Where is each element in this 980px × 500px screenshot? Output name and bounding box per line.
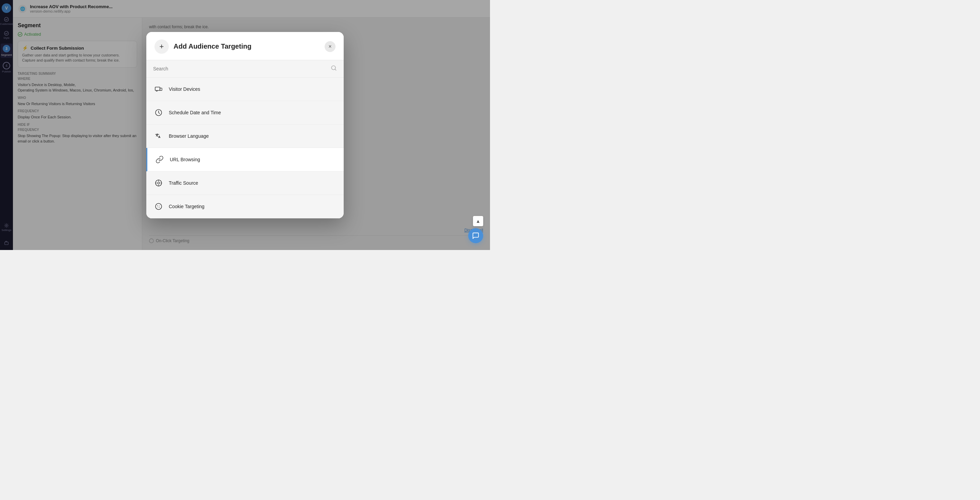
cookie-targeting-label: Cookie Targeting — [169, 204, 205, 209]
scroll-up-button[interactable]: ▲ — [473, 216, 483, 226]
browser-language-label: Browser Language — [169, 133, 209, 139]
modal-item-schedule[interactable]: Schedule Date and Time — [146, 101, 344, 124]
modal-items-list: Visitor Devices Schedule Date and Time B… — [146, 78, 344, 218]
clock-icon — [153, 107, 164, 118]
modal-plus-icon: + — [154, 40, 169, 54]
visitor-devices-label: Visitor Devices — [169, 86, 200, 92]
traffic-icon — [153, 178, 164, 189]
search-icon — [331, 65, 337, 73]
modal-title: Add Audience Targeting — [173, 43, 251, 50]
search-input[interactable] — [153, 66, 327, 71]
svg-point-15 — [158, 207, 158, 207]
svg-point-16 — [159, 205, 159, 205]
svg-point-11 — [158, 182, 159, 184]
modal-item-browser-language[interactable]: Browser Language — [146, 124, 344, 148]
svg-point-14 — [159, 207, 159, 208]
modal-item-url-browsing[interactable]: URL Browsing — [146, 148, 344, 171]
schedule-label: Schedule Date and Time — [169, 110, 221, 115]
chat-widget-button[interactable] — [468, 228, 483, 243]
add-audience-modal: + Add Audience Targeting × Visitor Devic… — [146, 32, 344, 218]
chat-icon — [472, 232, 479, 240]
modal-item-cookie-targeting[interactable]: Cookie Targeting — [146, 195, 344, 218]
svg-rect-7 — [155, 87, 160, 90]
svg-rect-8 — [160, 88, 162, 90]
translate-icon — [153, 131, 164, 141]
modal-item-visitor-devices[interactable]: Visitor Devices — [146, 78, 344, 101]
link-icon — [154, 154, 165, 165]
modal-header: + Add Audience Targeting × — [146, 32, 344, 60]
url-browsing-label: URL Browsing — [170, 157, 200, 162]
modal-close-button[interactable]: × — [325, 41, 336, 52]
svg-point-13 — [157, 205, 158, 206]
traffic-source-label: Traffic Source — [169, 180, 198, 186]
devices-icon — [153, 84, 164, 95]
svg-point-12 — [156, 203, 162, 210]
cookie-icon — [153, 201, 164, 212]
modal-item-traffic-source[interactable]: Traffic Source — [146, 171, 344, 195]
modal-search-bar — [146, 60, 344, 78]
